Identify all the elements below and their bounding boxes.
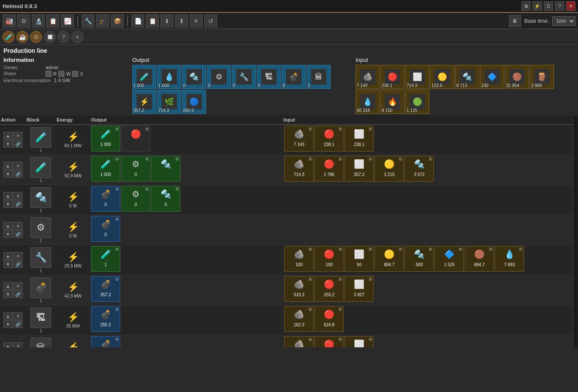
link-btn-1[interactable]: 🔗 bbox=[13, 140, 23, 148]
tool-paste[interactable]: 📋 bbox=[146, 15, 159, 27]
link-btn-3[interactable]: 🔗 bbox=[13, 200, 23, 208]
block-col-4: ⚙ 1 bbox=[26, 215, 56, 245]
tool-chart[interactable]: 📈 bbox=[61, 15, 74, 27]
input-item-count-0: 7 143 bbox=[357, 83, 368, 88]
help-button[interactable]: ? bbox=[555, 1, 564, 11]
tool-clipboard[interactable]: 📋 bbox=[46, 15, 59, 27]
action-btn-group-6: ▲ ✕ ▼ 🔗 bbox=[3, 282, 23, 298]
delete-btn-7[interactable]: ✕ bbox=[13, 312, 23, 320]
delete-btn-3[interactable]: ✕ bbox=[13, 192, 23, 200]
sub-btn-help[interactable]: ? bbox=[58, 31, 70, 43]
basetime-select[interactable]: 1mn 1s bbox=[552, 16, 575, 26]
move-up-btn-8[interactable]: ▲ bbox=[3, 342, 13, 347]
move-up-btn-2[interactable]: ▲ bbox=[3, 162, 13, 170]
delete-btn-4[interactable]: ✕ bbox=[13, 222, 23, 230]
filter-button[interactable]: ⚡ bbox=[532, 1, 542, 11]
table-header: Action Block Energy Output Input bbox=[0, 115, 573, 125]
output-cell-count-3-0: 0 bbox=[91, 202, 120, 207]
delete-btn-8[interactable]: ✕ bbox=[13, 342, 23, 347]
tool-copy[interactable]: 📄 bbox=[131, 15, 144, 27]
link-btn-6[interactable]: 🔗 bbox=[13, 290, 23, 298]
input-cell-5-7: 💧 ⚙ 7 693 bbox=[495, 246, 524, 272]
tool-factory[interactable]: 🏭 bbox=[3, 15, 15, 27]
input-col-7: 🪨 ⚙ 182.3 🔴 ⚙ 624.8 bbox=[283, 305, 573, 335]
delete-btn-5[interactable]: ✕ bbox=[13, 252, 23, 260]
sub-btn-add[interactable]: + bbox=[71, 31, 83, 43]
link-btn-5[interactable]: 🔗 bbox=[13, 260, 23, 268]
block-icon-1: 🧪 bbox=[30, 127, 51, 148]
move-down-btn-1[interactable]: ▼ bbox=[3, 140, 13, 148]
block-icon-7: 🏗 bbox=[30, 307, 51, 328]
output-item-8: ⚡ 357.2 bbox=[132, 90, 156, 114]
tool-wrench[interactable]: 🔧 bbox=[82, 15, 94, 27]
input-cell-small-5-5: ⚙ bbox=[459, 247, 462, 252]
block-icon-2: 🧪 bbox=[30, 157, 51, 178]
move-down-btn-3[interactable]: ▼ bbox=[3, 200, 13, 208]
output-cell-icon-6-0: 💣 bbox=[100, 279, 111, 289]
output-item-count-8: 357.2 bbox=[134, 108, 144, 113]
header-input: Input bbox=[283, 117, 572, 122]
energy-col-3: ⚡ 0 W bbox=[56, 185, 90, 215]
close-button[interactable]: ✕ bbox=[566, 1, 575, 11]
output-cell-small-2-1: ⚙ bbox=[145, 157, 149, 161]
minimize-button[interactable]: ⊞ bbox=[521, 1, 531, 11]
output-cell-icon-8-0: 💣 bbox=[100, 339, 111, 347]
tool-export[interactable]: ⬆ bbox=[175, 15, 188, 27]
sub-btn-settings[interactable]: ⚙ bbox=[30, 31, 42, 43]
move-up-btn-6[interactable]: ▲ bbox=[3, 282, 13, 290]
link-btn-2[interactable]: 🔗 bbox=[13, 170, 23, 178]
header-action: Action bbox=[1, 117, 27, 122]
link-btn-7[interactable]: 🔗 bbox=[13, 320, 23, 328]
tool-import[interactable]: ⬇ bbox=[161, 15, 173, 27]
move-down-btn-7[interactable]: ▼ bbox=[3, 320, 13, 328]
input-cell-5-2: ⬜ ⚙ 50 bbox=[344, 246, 374, 272]
output-cell-count-3-1: 0 bbox=[122, 202, 150, 207]
output-cell-small-4-0: ⚙ bbox=[115, 217, 119, 222]
move-up-btn-4[interactable]: ▲ bbox=[3, 222, 13, 230]
sub-btn-coffee[interactable]: ☕ bbox=[16, 31, 28, 43]
input-cell-small-1-2: ⚙ bbox=[368, 127, 372, 131]
move-up-btn-7[interactable]: ▲ bbox=[3, 312, 13, 320]
tool-school[interactable]: 🎓 bbox=[96, 15, 109, 27]
output-cell-small-1-0: ⚙ bbox=[115, 127, 119, 131]
input-cell-icon-1-0: 🪨 bbox=[294, 129, 304, 139]
share-box-r bbox=[46, 71, 52, 77]
input-cell-5-0: 🪨 ⚙ 100 bbox=[284, 246, 313, 272]
move-up-btn-5[interactable]: ▲ bbox=[3, 252, 13, 260]
delete-btn-2[interactable]: ✕ bbox=[13, 162, 23, 170]
output-item-icon-9: 🌿 bbox=[161, 94, 177, 109]
tool-flask[interactable]: 🔬 bbox=[32, 15, 45, 27]
action-col-7: ▲ ✕ ▼ 🔗 bbox=[0, 305, 26, 335]
move-down-btn-5[interactable]: ▼ bbox=[3, 260, 13, 268]
block-count-2: 1 bbox=[40, 178, 42, 183]
owner-label: Owner: bbox=[3, 65, 42, 70]
scrollbar[interactable] bbox=[573, 115, 578, 347]
input-cell-small-5-7: ⚙ bbox=[519, 247, 523, 252]
basetime-section: 🖩 Base time: 1mn 1s bbox=[509, 15, 575, 27]
input-cell-small-8-1: ⚙ bbox=[338, 337, 342, 342]
output-item-5: 🏗 0 bbox=[257, 65, 281, 89]
title-buttons: ⊞ ⚡ 🗋 ? ✕ bbox=[521, 1, 575, 11]
move-up-btn-1[interactable]: ▲ bbox=[3, 132, 13, 140]
link-btn-4[interactable]: 🔗 bbox=[13, 230, 23, 238]
output-cell-1-1: 🔴 ⚙ bbox=[121, 126, 150, 152]
delete-btn-1[interactable]: ✕ bbox=[13, 132, 23, 140]
info-output-section: Information Owner: admin Share R W X Ele… bbox=[0, 55, 578, 115]
tool-box[interactable]: 📦 bbox=[111, 15, 124, 27]
move-down-btn-4[interactable]: ▼ bbox=[3, 230, 13, 238]
output-cell-3-1: ⚙ ⚙ 0 bbox=[121, 186, 150, 212]
move-up-btn-3[interactable]: ▲ bbox=[3, 192, 13, 200]
input-cell-count-2-3: 3 215 bbox=[375, 172, 403, 177]
move-down-btn-2[interactable]: ▼ bbox=[3, 170, 13, 178]
sub-btn-flask[interactable]: 🧪 bbox=[3, 31, 15, 43]
tool-delete[interactable]: ✕ bbox=[190, 15, 203, 27]
move-down-btn-6[interactable]: ▼ bbox=[3, 290, 13, 298]
delete-btn-6[interactable]: ✕ bbox=[13, 282, 23, 290]
calculator-icon[interactable]: 🖩 bbox=[509, 15, 521, 27]
share-box-w bbox=[58, 71, 64, 77]
tool-gear[interactable]: ⚙ bbox=[17, 15, 30, 27]
list-button[interactable]: 🗋 bbox=[544, 1, 553, 11]
output-cell-icon-2-0: 🧪 bbox=[100, 159, 111, 169]
sub-btn-square[interactable]: 🔲 bbox=[44, 31, 56, 43]
tool-refresh[interactable]: ↺ bbox=[204, 15, 217, 27]
